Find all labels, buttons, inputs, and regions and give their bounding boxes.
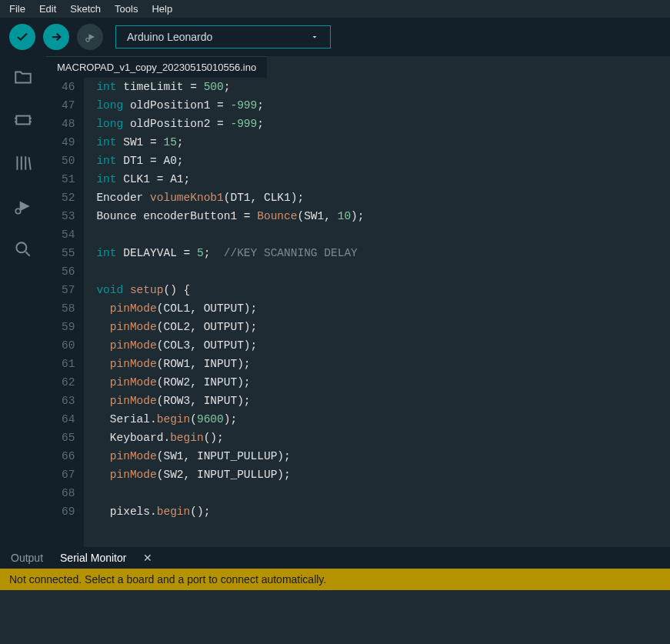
debug-icon [83,30,97,44]
svg-point-3 [16,242,26,252]
code-content[interactable]: int timeLimit = 500;long oldPosition1 = … [84,78,670,547]
check-icon [15,30,29,44]
library-manager-icon[interactable] [13,153,33,176]
sidebar [0,56,46,547]
search-icon[interactable] [13,239,33,262]
menu-file[interactable]: File [9,3,25,15]
arrow-right-icon [49,30,63,44]
menu-edit[interactable]: Edit [39,3,56,15]
status-message: Not connected. Select a board and a port… [0,569,670,590]
menu-help[interactable]: Help [152,3,172,15]
debug-panel-icon[interactable] [13,196,33,219]
serial-monitor-panel [0,590,670,644]
svg-point-2 [15,209,21,214]
debug-button[interactable] [77,24,103,50]
editor-area: MACROPAD_v1_copy_20230515010556.ino 4647… [46,56,670,547]
bottom-panel-tabs: Output Serial Monitor ✕ [0,547,670,569]
chevron-down-icon [310,32,319,42]
folder-icon[interactable] [13,67,33,90]
tab-serial-monitor[interactable]: Serial Monitor [60,552,126,564]
toolbar: Arduino Leonardo [0,18,670,56]
upload-button[interactable] [43,24,69,50]
code-editor[interactable]: 4647484950515253545556575859606162636465… [46,78,670,547]
board-label: Arduino Leonardo [127,31,212,43]
board-manager-icon[interactable] [13,110,33,133]
menu-tools[interactable]: Tools [115,3,138,15]
file-tab[interactable]: MACROPAD_v1_copy_20230515010556.ino [46,56,267,78]
tab-output[interactable]: Output [11,552,43,564]
menu-sketch[interactable]: Sketch [70,3,101,15]
close-icon[interactable]: ✕ [143,552,152,564]
board-selector[interactable]: Arduino Leonardo [115,25,331,48]
verify-button[interactable] [9,24,35,50]
line-gutter: 4647484950515253545556575859606162636465… [46,78,84,547]
svg-rect-1 [16,116,29,125]
menubar: File Edit Sketch Tools Help [0,0,670,18]
